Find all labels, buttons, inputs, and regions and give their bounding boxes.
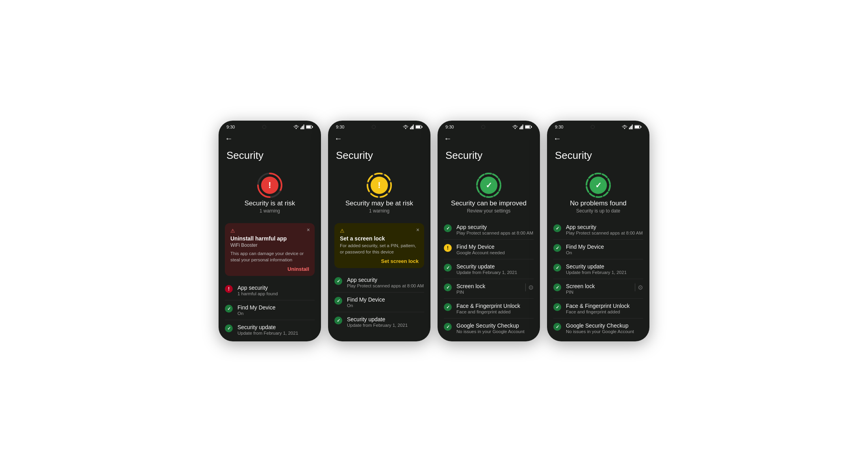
list-item-text: Find My Device On: [347, 296, 424, 308]
list-item-subtitle: Play Protect scanned apps at 8:00 AM: [347, 283, 424, 288]
list-item-text: Security update Update from February 1, …: [566, 263, 643, 275]
list-item[interactable]: ✓ App security Play Protect scanned apps…: [553, 220, 643, 240]
list-item-subtitle: Play Protect scanned apps at 8:00 AM: [456, 231, 534, 235]
status-bar: 9:30: [547, 121, 649, 131]
status-icons: [512, 125, 532, 129]
list-item-icon: ✓: [334, 277, 342, 285]
list-item-title: Security update: [347, 316, 424, 322]
back-button[interactable]: ←: [334, 134, 342, 143]
svg-rect-42: [525, 126, 530, 128]
alert-action-button[interactable]: Uninstall: [230, 266, 309, 272]
svg-rect-23: [421, 126, 422, 128]
alert-action-button[interactable]: Set screen lock: [340, 258, 419, 264]
svg-text:!: !: [447, 245, 449, 251]
security-status-area: ! Security may be at risk 1 warning: [328, 168, 430, 220]
svg-rect-66: [635, 126, 639, 128]
svg-point-0: [295, 128, 297, 129]
list-item-text: App security Play Protect scanned apps a…: [566, 224, 643, 235]
list-item-title: Google Security Checkup: [456, 322, 534, 329]
list-item[interactable]: ! App security 1 harmful app found: [225, 281, 315, 300]
list-item[interactable]: ✓ Google Security Checkup No issues in y…: [444, 319, 534, 338]
page-title: Security: [328, 145, 430, 168]
gear-icon[interactable]: ⚙: [638, 284, 643, 291]
list-item[interactable]: ! Find My Device Google Account needed: [444, 240, 534, 259]
page-title: Security: [438, 145, 540, 168]
list-item[interactable]: ✓ Find My Device On: [334, 292, 424, 312]
list-item-text: Face & Fingerprint Unlock Face and finge…: [566, 303, 643, 314]
status-icons: [403, 125, 423, 129]
alert-card: × ⚠ Uninstall harmful app WiFi Booster T…: [225, 223, 315, 276]
wifi-icon: [512, 125, 518, 129]
list-item-icon: ✓: [225, 324, 233, 332]
list-item[interactable]: ✓ App security Play Protect scanned apps…: [334, 273, 424, 292]
list-item[interactable]: ✓ Find My Device On: [553, 240, 643, 259]
list-item-icon: !: [444, 244, 452, 252]
status-icons: [622, 125, 642, 129]
svg-rect-39: [522, 125, 523, 129]
security-status-subtitle: 1 warning: [260, 208, 280, 214]
list-item-icon: ✓: [553, 264, 561, 272]
svg-rect-4: [303, 125, 304, 129]
list-item-title: Google Security Checkup: [566, 322, 643, 329]
list-item[interactable]: ✓ Screen lock PIN ⚙: [444, 279, 534, 299]
page-title: Security: [547, 145, 649, 168]
list-item-text: App security Play Protect scanned apps a…: [456, 224, 534, 235]
list-item[interactable]: ✓ Screen lock PIN ⚙: [553, 279, 643, 299]
alert-close-button[interactable]: ×: [307, 227, 310, 233]
security-status-area: ✓ No problems found Security is up to da…: [547, 168, 649, 220]
list-item[interactable]: ✓ App security Play Protect scanned apps…: [444, 220, 534, 240]
svg-point-59: [624, 128, 625, 129]
battery-icon: [525, 125, 532, 129]
list-item[interactable]: ✓ Find My Device On: [225, 300, 315, 320]
alert-close-button[interactable]: ×: [416, 227, 419, 233]
svg-rect-20: [412, 126, 413, 129]
svg-rect-38: [521, 126, 522, 129]
top-nav: ←: [438, 131, 540, 145]
security-status-area: ✓ Security can be improved Review your s…: [438, 168, 540, 220]
svg-rect-36: [519, 128, 520, 129]
security-items-list: ✓ App security Play Protect scanned apps…: [547, 220, 649, 341]
list-item-title: App security: [347, 277, 424, 283]
svg-text:✓: ✓: [556, 324, 559, 329]
time: 9:30: [555, 125, 563, 129]
list-item[interactable]: ✓ Security update Update from February 1…: [553, 259, 643, 279]
phone-phone2: 9:30 ← Security ! Security may be at ris…: [328, 121, 430, 341]
list-item-title: Face & Fingerprint Unlock: [566, 303, 643, 309]
svg-text:✓: ✓: [595, 181, 602, 190]
gear-icon[interactable]: ⚙: [528, 284, 534, 291]
svg-rect-41: [531, 126, 532, 128]
svg-text:✓: ✓: [446, 265, 450, 270]
list-item-subtitle: Play Protect scanned apps at 8:00 AM: [566, 231, 643, 235]
svg-text:✓: ✓: [227, 326, 231, 331]
list-item-text: Security update Update from February 1, …: [237, 324, 315, 335]
list-item[interactable]: ✓ Security update Update from February 1…: [225, 320, 315, 339]
phone-phone1: 9:30 ← Security ! Security is at risk 1 …: [219, 121, 321, 341]
back-button[interactable]: ←: [553, 134, 561, 143]
list-item-gear-area: ⚙: [525, 283, 534, 291]
svg-point-35: [514, 128, 516, 129]
camera-notch: [262, 125, 266, 129]
list-item[interactable]: ✓ Face & Fingerprint Unlock Face and fin…: [553, 299, 643, 319]
svg-rect-21: [413, 125, 414, 129]
back-button[interactable]: ←: [444, 134, 452, 143]
list-item-text: Face & Fingerprint Unlock Face and finge…: [456, 303, 534, 314]
list-item-title: Security update: [237, 324, 315, 330]
signal-icon: [629, 125, 633, 129]
list-item-subtitle: Face and fingerprint added: [456, 309, 534, 314]
camera-notch: [372, 125, 376, 129]
svg-rect-3: [302, 126, 303, 129]
list-item[interactable]: ✓ Security update Update from February 1…: [334, 312, 424, 332]
camera-notch: [591, 125, 595, 129]
list-item-icon: ✓: [444, 283, 452, 291]
alert-warning-icon: ⚠: [230, 228, 235, 234]
list-item[interactable]: ✓ Security update Update from February 1…: [444, 259, 534, 279]
svg-text:✓: ✓: [486, 181, 492, 190]
list-item-title: Face & Fingerprint Unlock: [456, 303, 534, 309]
list-item[interactable]: ✓ Google Security Checkup No issues in y…: [553, 319, 643, 338]
battery-icon: [415, 125, 423, 129]
svg-rect-2: [301, 127, 302, 129]
list-item[interactable]: ✓ Face & Fingerprint Unlock Face and fin…: [444, 299, 534, 319]
security-items-list: ✓ App security Play Protect scanned apps…: [438, 220, 540, 341]
back-button[interactable]: ←: [225, 134, 233, 143]
list-item-icon: ✓: [444, 264, 452, 272]
